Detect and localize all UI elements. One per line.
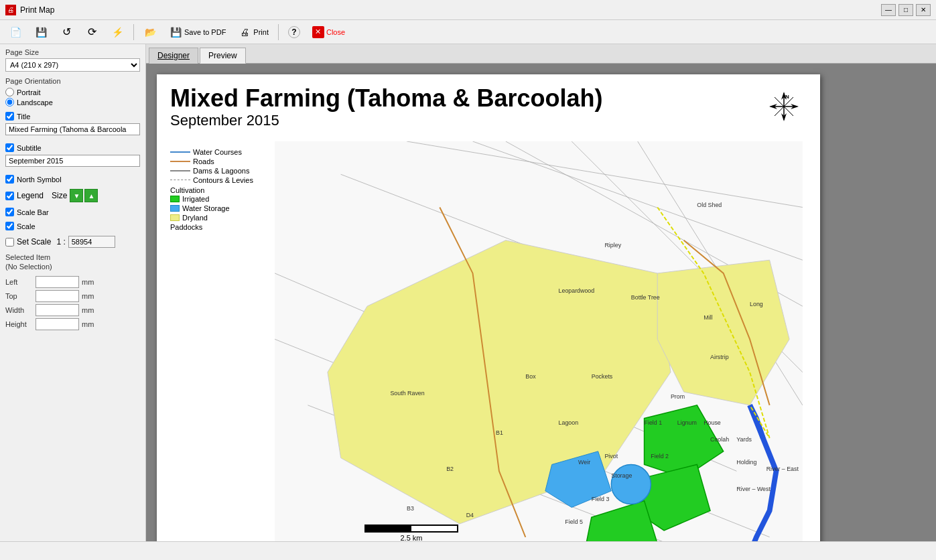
subtitle-input[interactable]	[5, 155, 140, 167]
scalebar-label: Scale Bar	[17, 208, 49, 216]
legend-size-down-button[interactable]: ▼	[70, 189, 83, 202]
label-airstrip: Airstrip	[710, 354, 729, 360]
save-pdf-label: Save to PDF	[184, 28, 226, 36]
lightning-icon: ⚡	[111, 25, 124, 39]
map-main-title: Mixed Farming (Tahoma & Barcoolah)	[170, 85, 807, 112]
refresh1-button[interactable]: ↺	[55, 23, 78, 42]
left-pos-input[interactable]	[36, 276, 79, 288]
legend-label: Legend	[17, 191, 44, 200]
legend-dryland: Dryland	[170, 214, 277, 222]
folder-button[interactable]: 📂	[139, 23, 161, 42]
label-lignum: Lignum	[677, 419, 697, 426]
north-symbol-section: North Symbol	[5, 175, 140, 184]
map-svg: Old Shed Ripley Leopardwood Bottle Tree …	[271, 141, 807, 541]
tab-designer[interactable]: Designer	[149, 48, 198, 64]
north-symbol-checkbox[interactable]	[5, 175, 14, 184]
top-pos-input[interactable]	[36, 290, 79, 302]
landscape-radio[interactable]	[5, 98, 14, 107]
portrait-radio-label[interactable]: Portrait	[5, 88, 140, 96]
label-b1: B1	[496, 429, 503, 436]
statusbar	[0, 541, 936, 560]
legend-size-up-button[interactable]: ▲	[84, 189, 98, 202]
label-pockets: Pockets	[592, 373, 613, 380]
label-b2: B2	[446, 466, 454, 472]
label-south-raven: South Raven	[390, 390, 424, 397]
selected-item-section: Selected Item (No Selection)	[5, 253, 140, 271]
north-symbol-checkbox-row[interactable]: North Symbol	[5, 175, 140, 184]
scale-checkbox[interactable]	[5, 222, 14, 230]
refresh2-button[interactable]: ⟳	[80, 23, 103, 42]
tab-preview[interactable]: Preview	[200, 48, 246, 64]
legend-checkbox[interactable]	[5, 192, 14, 200]
title-checkbox-row[interactable]: Title	[5, 112, 140, 121]
size-label: Size	[52, 191, 67, 200]
dryland-box	[170, 214, 180, 221]
height-pos-input[interactable]	[36, 318, 79, 330]
scale-prefix: 1 :	[56, 237, 65, 247]
north-symbol-label: North Symbol	[17, 176, 62, 184]
new-button[interactable]: 📄	[4, 23, 27, 42]
close-label: Close	[326, 28, 345, 36]
top-row: Top mm	[5, 290, 140, 302]
tab-bar: Designer Preview	[146, 44, 936, 64]
subtitle-checkbox-row[interactable]: Subtitle	[5, 143, 140, 152]
scale-checkbox-row[interactable]: Scale	[5, 222, 140, 230]
label-prom: Prom	[671, 393, 685, 400]
page-size-select[interactable]: A4 (210 x 297) A3 (297 x 420) Letter	[5, 58, 140, 72]
roads-line	[170, 161, 190, 162]
label-river-west: River – West	[736, 486, 771, 492]
print-icon: 🖨	[238, 25, 251, 39]
close-toolbar-button[interactable]: ✕ Close	[308, 23, 350, 42]
landscape-radio-label[interactable]: Landscape	[5, 98, 140, 107]
map-preview-area: Mixed Farming (Tahoma & Barcoolah) Septe…	[146, 64, 936, 541]
scalebar-checkbox-row[interactable]: Scale Bar	[5, 208, 140, 216]
save-pdf-button[interactable]: 💾 Save to PDF	[164, 23, 230, 42]
no-selection-label: (No Selection)	[5, 263, 140, 271]
scale-value-input[interactable]	[68, 236, 115, 248]
lightning-button[interactable]: ⚡	[106, 23, 129, 42]
legend-roads: Roads	[170, 157, 277, 165]
width-pos-label: Width	[5, 306, 36, 314]
save-button[interactable]: 💾	[29, 23, 52, 42]
left-panel: Page Size A4 (210 x 297) A3 (297 x 420) …	[0, 44, 146, 541]
legend-water-courses: Water Courses	[170, 148, 277, 156]
save-icon: 💾	[34, 25, 48, 39]
selected-item-label: Selected Item	[5, 253, 140, 261]
minimize-button[interactable]: —	[881, 4, 896, 16]
help-button[interactable]: ?	[283, 23, 305, 42]
set-scale-section: Set Scale 1 :	[5, 236, 140, 248]
label-river-east: River – East	[766, 466, 799, 472]
title-section: Title	[5, 112, 140, 138]
map-svg-container: Old Shed Ripley Leopardwood Bottle Tree …	[271, 141, 807, 541]
label-leopardwood: Leopardwood	[559, 287, 595, 294]
label-lagoon: Lagoon	[559, 419, 579, 426]
scale-bar-area: 2.5 km 1:58954	[364, 524, 458, 541]
print-button[interactable]: 🖨 Print	[233, 23, 273, 42]
title-checkbox[interactable]	[5, 112, 14, 121]
legend-irrigated: Irrigated	[170, 195, 277, 203]
scalebar-checkbox[interactable]	[5, 208, 14, 216]
window-close-button[interactable]: ✕	[916, 4, 931, 16]
page-size-section: Page Size A4 (210 x 297) A3 (297 x 420) …	[5, 48, 140, 72]
label-bottle-tree: Bottle Tree	[631, 294, 660, 301]
subtitle-checkbox[interactable]	[5, 143, 14, 152]
label-d4: D4	[466, 512, 474, 518]
scale-black	[366, 526, 411, 531]
content-area: Designer Preview Mixed Farming (Tahoma &…	[146, 44, 936, 541]
new-icon: 📄	[9, 25, 22, 39]
title-input[interactable]	[5, 123, 140, 135]
label-ripley: Ripley	[604, 242, 621, 249]
tab-designer-label: Designer	[157, 51, 190, 60]
label-holding: Holding	[736, 459, 756, 466]
scale-label: Scale	[17, 222, 36, 230]
set-scale-checkbox[interactable]	[5, 238, 14, 247]
portrait-label: Portrait	[17, 88, 40, 96]
maximize-button[interactable]: □	[898, 4, 913, 16]
label-weir: Weir	[578, 459, 590, 466]
set-scale-row: Set Scale 1 :	[5, 236, 140, 248]
portrait-radio[interactable]	[5, 88, 14, 96]
height-row: Height mm	[5, 318, 140, 330]
width-pos-input[interactable]	[36, 304, 79, 316]
label-field1: Field 1	[645, 419, 663, 426]
width-row: Width mm	[5, 304, 140, 316]
